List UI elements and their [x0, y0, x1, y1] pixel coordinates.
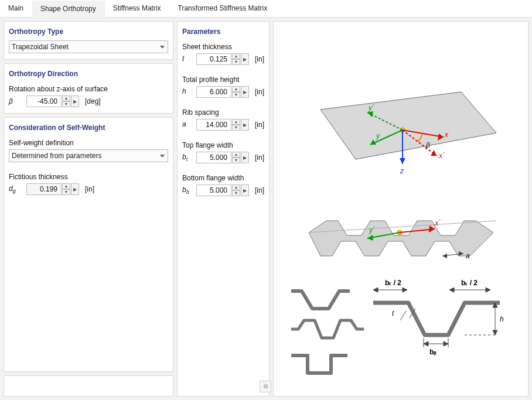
- self-weight-def-label: Self-weight definition: [9, 136, 168, 148]
- beta-unit: [deg]: [85, 97, 101, 105]
- svg-marker-37: [486, 288, 490, 292]
- parameters-head: Parameters: [182, 25, 264, 40]
- param-symbol: bb: [182, 186, 193, 195]
- svg-marker-36: [449, 288, 454, 292]
- orthotropy-direction-panel: Orthotropy Direction Rotation about z-ax…: [4, 63, 173, 114]
- orthotropy-type-panel: Orthotropy Type Trapezoidal Sheet: [4, 21, 173, 60]
- dg-symbol: dg: [9, 184, 23, 194]
- param-label: Sheet thickness: [182, 40, 264, 52]
- svg-text:bₜ / 2: bₜ / 2: [461, 279, 478, 287]
- dg-menu-button[interactable]: ▶: [71, 183, 79, 195]
- param-symbol: h: [182, 87, 193, 97]
- tab-main[interactable]: Main: [0, 0, 32, 17]
- svg-text:y´: y´: [369, 226, 375, 234]
- param-spin-down[interactable]: ▼: [232, 190, 240, 196]
- param-label: Bottom flange width: [182, 172, 264, 183]
- svg-text:t: t: [392, 309, 394, 317]
- param-unit: [in]: [255, 186, 264, 194]
- param-spin-up[interactable]: ▲: [232, 152, 240, 158]
- svg-text:y´: y´: [368, 104, 374, 112]
- svg-text:β: β: [425, 141, 430, 149]
- param-input-t[interactable]: [196, 53, 231, 65]
- fictitious-thickness-label: Fictitious thickness: [9, 170, 168, 182]
- svg-line-38: [400, 311, 406, 320]
- beta-spin-up[interactable]: ▲: [62, 95, 70, 101]
- beta-symbol: β: [9, 97, 23, 105]
- param-symbol: t: [182, 54, 193, 64]
- svg-marker-33: [373, 288, 378, 292]
- param-spin-down[interactable]: ▼: [232, 158, 240, 163]
- param-input-bt[interactable]: [196, 152, 231, 163]
- param-unit: [in]: [255, 88, 264, 96]
- svg-text:x´: x´: [434, 219, 441, 227]
- svg-marker-34: [403, 288, 407, 292]
- param-spin-down[interactable]: ▼: [232, 125, 240, 131]
- tab-transformed-stiffness-matrix[interactable]: Transformed Stiffness Matrix: [170, 0, 277, 17]
- rotation-label: Rotation about z-axis of surface: [9, 83, 168, 94]
- dg-input[interactable]: [26, 183, 62, 195]
- param-spin-down[interactable]: ▼: [232, 59, 240, 65]
- param-input-a[interactable]: [196, 119, 231, 131]
- beta-input[interactable]: [26, 95, 62, 107]
- param-label: Total profile height: [182, 73, 264, 85]
- svg-marker-12: [431, 150, 436, 156]
- param-spin-up[interactable]: ▲: [232, 119, 240, 125]
- svg-marker-47: [424, 341, 428, 346]
- svg-text:x: x: [444, 131, 449, 139]
- tab-bar: Main Shape Orthotropy Stiffness Matrix T…: [0, 0, 532, 18]
- diagram-svg: y´ y x x´ z: [274, 22, 520, 391]
- svg-text:bₜ / 2: bₜ / 2: [385, 279, 401, 287]
- dg-unit: [in]: [85, 185, 94, 193]
- param-spin-up[interactable]: ▲: [232, 184, 240, 190]
- orthotropy-direction-head: Orthotropy Direction: [9, 67, 168, 83]
- param-menu-button[interactable]: ▶: [241, 152, 249, 163]
- param-symbol: bt: [182, 153, 193, 162]
- beta-menu-button[interactable]: ▶: [71, 95, 79, 107]
- param-input-h[interactable]: [196, 86, 231, 98]
- svg-text:a: a: [466, 252, 470, 260]
- svg-text:z: z: [400, 167, 404, 175]
- orthotropy-type-head: Orthotropy Type: [9, 25, 168, 40]
- param-label: Rib spacing: [182, 106, 264, 118]
- param-menu-button[interactable]: ▶: [241, 119, 249, 131]
- svg-marker-15: [400, 158, 405, 164]
- self-weight-head: Consideration of Self-Weight: [9, 121, 168, 136]
- self-weight-panel: Consideration of Self-Weight Self-weight…: [4, 117, 173, 372]
- parameters-panel: Parameters Sheet thickness t ▲ ▼ ▶ [in] …: [177, 21, 270, 396]
- param-unit: [in]: [255, 55, 264, 63]
- svg-text:bᵦ: bᵦ: [429, 348, 436, 356]
- param-unit: [in]: [255, 153, 264, 162]
- svg-marker-43: [493, 330, 497, 335]
- orthotropy-type-select[interactable]: Trapezoidal Sheet: [9, 40, 168, 53]
- svg-text:x´: x´: [438, 152, 445, 160]
- param-label: Top flange width: [182, 139, 264, 151]
- dg-spin-up[interactable]: ▲: [62, 183, 70, 189]
- dg-spin-down[interactable]: ▼: [62, 189, 70, 195]
- param-spin-down[interactable]: ▼: [232, 92, 240, 98]
- param-spin-up[interactable]: ▲: [232, 86, 240, 92]
- self-weight-select[interactable]: Determined from parameters: [9, 149, 168, 162]
- diagram-tool-icon[interactable]: ⧉: [260, 381, 271, 392]
- diagram-panel: y´ y x x´ z: [273, 21, 528, 396]
- svg-marker-27: [442, 254, 447, 258]
- svg-text:y: y: [376, 132, 380, 140]
- param-menu-button[interactable]: ▶: [241, 53, 249, 65]
- svg-marker-0: [320, 92, 496, 159]
- param-input-bb[interactable]: [196, 184, 231, 196]
- bottom-left-spacer: [4, 375, 173, 396]
- param-symbol: a: [182, 120, 193, 129]
- svg-text:h: h: [500, 315, 504, 323]
- param-menu-button[interactable]: ▶: [241, 184, 249, 196]
- svg-marker-48: [444, 341, 448, 346]
- beta-spin-down[interactable]: ▼: [62, 101, 70, 107]
- param-menu-button[interactable]: ▶: [241, 86, 249, 98]
- tab-stiffness-matrix[interactable]: Stiffness Matrix: [105, 0, 170, 17]
- tab-shape-orthotropy[interactable]: Shape Orthotropy: [32, 1, 105, 18]
- param-unit: [in]: [255, 121, 264, 129]
- param-spin-up[interactable]: ▲: [232, 53, 240, 59]
